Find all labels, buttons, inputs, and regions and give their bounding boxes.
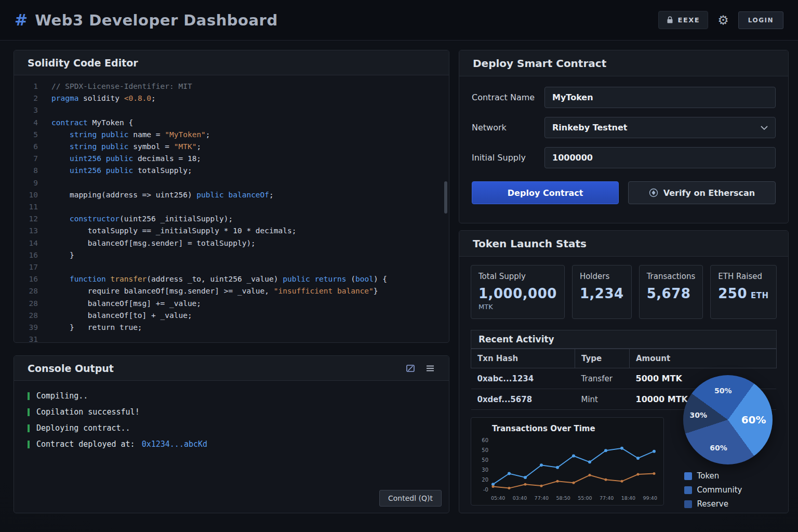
stat-label: Transactions [647, 272, 696, 281]
code-line: 16 function transfer(address _to, uint25… [14, 273, 449, 285]
code-line: 11 [14, 201, 449, 213]
contract-name-label: Contract Name [472, 92, 544, 102]
console-marker [28, 424, 30, 432]
legend-label: Community [697, 485, 742, 495]
legend-swatch [684, 486, 692, 494]
console-line: Contract deployed at: 0x1234...abcKd [28, 440, 435, 449]
clear-console-icon[interactable] [405, 363, 416, 374]
verify-etherscan-button[interactable]: Verify on Etherscan [628, 181, 775, 204]
y-tick-label: 50 [477, 457, 488, 463]
chart-title: Transactions Over Time [492, 424, 657, 433]
pie-slice-label: 60% [710, 444, 727, 452]
deploy-panel: Deploy Smart Contract Contract Name Netw… [459, 50, 789, 223]
token-stats-panel: Token Launch Stats Total Supply1,000,000… [459, 230, 789, 513]
column-header: Txn Hash [471, 349, 575, 368]
code-text: contract MyToken { [51, 117, 133, 129]
page-title: # Web3 Developer Dashboard [15, 11, 278, 29]
line-number: 28 [14, 285, 51, 297]
code-text: string public symbol = "MTK"; [51, 141, 201, 153]
code-line: 7 uint256 public decimals = 18; [14, 153, 449, 165]
console-line: Deploying contract.. [28, 423, 435, 433]
code-text: mapping(address => uint256) public balan… [51, 189, 274, 201]
contract-address[interactable]: 0x1234...abcKd [142, 440, 207, 449]
line-number: 13 [14, 225, 51, 237]
network-select[interactable]: Rinkeby Testnet [544, 117, 776, 138]
settings-gear-icon[interactable]: ⚙ [717, 14, 729, 26]
line-number: 28 [14, 298, 51, 310]
column-header: Amount [630, 349, 777, 368]
legend-item: Reserve [684, 499, 775, 509]
hash-icon: # [15, 11, 28, 29]
contract-name-input[interactable] [544, 87, 776, 108]
line-number: 11 [14, 201, 51, 213]
login-button[interactable]: LOGIN [738, 11, 783, 29]
deploy-title: Deploy Smart Contract [473, 57, 606, 70]
y-tick-label: 60 [477, 437, 488, 443]
code-line: 2pragma solidity <0.8.0; [14, 92, 449, 104]
transactions-line-chart [491, 437, 657, 493]
wallet-pill[interactable]: EEXE [658, 11, 709, 29]
stat-value: 250ETH [718, 286, 768, 301]
right-column: Deploy Smart Contract Contract Name Netw… [459, 50, 789, 513]
deploy-panel-header: Deploy Smart Contract [459, 50, 788, 76]
console-line: Copilation successful! [28, 407, 435, 417]
distribution-pie-block: 60%60%30%50% TokenCommunityReserve [683, 375, 775, 509]
code-text: balanceOf[msg] += _value; [51, 298, 201, 310]
code-text: balanceOf[msg.sender] = totalSupply); [51, 237, 256, 249]
x-axis-labels: 05:4003:4077:4058:5055:0077:4018:4099:40 [491, 495, 657, 501]
main-content: Solidity Code Editor 1// SPDX-License-Id… [0, 41, 798, 532]
code-text: // SPDX-License-Identifier: MIT [51, 81, 192, 92]
network-value: Rinkeby Testnet [552, 123, 627, 132]
y-tick-label: -0 [477, 487, 488, 493]
code-line: 6 string public symbol = "MTK"; [14, 141, 449, 153]
header: # Web3 Developer Dashboard EEXE ⚙ LOGIN [0, 0, 798, 41]
console-context-button[interactable]: Contedl (Q)t [379, 490, 442, 507]
code-line: 17 [14, 261, 449, 273]
left-column: Solidity Code Editor 1// SPDX-License-Id… [14, 50, 449, 513]
editor-panel-header: Solidity Code Editor [14, 50, 449, 75]
code-line: 16 } [14, 249, 449, 261]
deploy-contract-button[interactable]: Deploy Contract [472, 181, 619, 204]
code-editor[interactable]: 1// SPDX-License-Identifier: MIT2pragma … [14, 75, 449, 343]
solidity-editor-panel: Solidity Code Editor 1// SPDX-License-Id… [14, 50, 449, 343]
stats-cards: Total Supply1,000,000MTKHolders1,234Tran… [459, 257, 788, 319]
console-text: Copilation successful! [36, 407, 140, 417]
x-tick-label: 55:00 [578, 495, 592, 501]
code-text: pragma solidity <0.8.0; [51, 92, 156, 104]
pie-legend: TokenCommunityReserve [683, 471, 775, 509]
line-number: 31 [14, 334, 51, 343]
code-text: } return true; [51, 322, 142, 334]
app-root: # Web3 Developer Dashboard EEXE ⚙ LOGIN … [0, 0, 798, 532]
initial-supply-input[interactable] [544, 147, 776, 168]
stat-label: Total Supply [478, 272, 557, 281]
console-marker [28, 408, 30, 416]
console-toolbar [405, 363, 435, 374]
etherscan-icon [649, 188, 658, 197]
pie-slice-label: 50% [714, 387, 732, 395]
console-list-icon[interactable] [425, 363, 435, 374]
line-number: 39 [14, 322, 51, 334]
line-number: 16 [14, 273, 51, 285]
x-tick-label: 18:40 [621, 495, 635, 501]
stat-value: 1,234 [580, 286, 624, 301]
pie-slice-label: 30% [690, 411, 708, 419]
code-line: 13 totalSupply == _initialSupply * 10 * … [14, 225, 449, 237]
stat-card: Holders1,234 [572, 265, 632, 319]
y-tick-label: 30 [477, 467, 488, 473]
console-output: Compiling..Copilation successful!Deployi… [14, 381, 449, 459]
activity-cell: Transfer [575, 368, 630, 389]
stat-value: 1,000,000 [478, 286, 557, 301]
code-line: 5 string public name = "MyToken"; [14, 129, 449, 141]
line-number: 14 [14, 237, 51, 249]
stats-panel-header: Token Launch Stats [459, 231, 788, 257]
line-number: 3 [14, 104, 51, 116]
editor-scrollbar[interactable] [444, 181, 447, 214]
code-text: string public name = "MyToken"; [51, 129, 210, 141]
stat-label: ETH Raised [718, 272, 768, 281]
code-text: uint256 public totalSupply; [51, 165, 192, 177]
line-number: 10 [14, 189, 51, 201]
code-line: 12 constructor(uint256 _initialSupply); [14, 213, 449, 225]
transactions-chart-box: Transactions Over Time 6050503020-0 05:4… [471, 417, 664, 506]
pie-chart: 60%60%30%50% [683, 375, 773, 464]
code-line: 8 uint256 public totalSupply; [14, 165, 449, 177]
